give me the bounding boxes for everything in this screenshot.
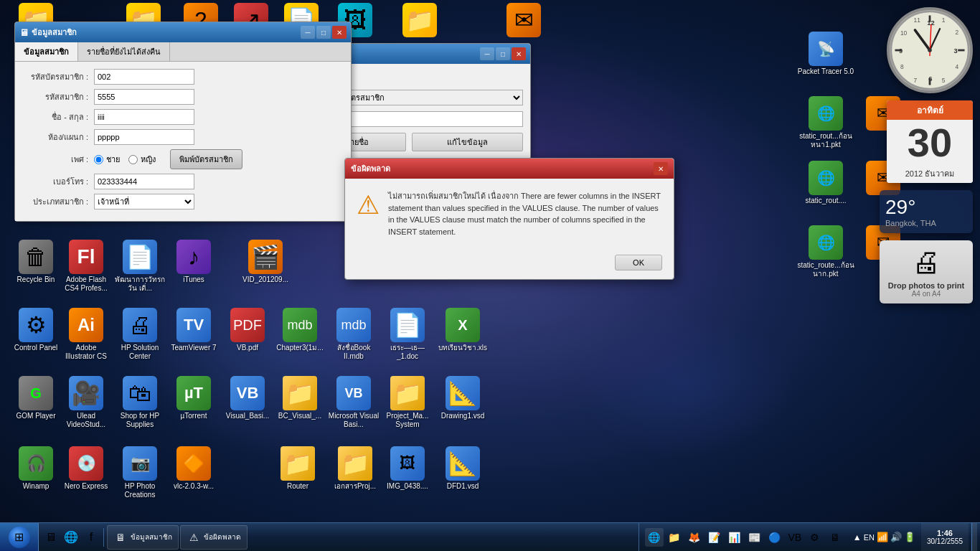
icon-vbpdf[interactable]: PDF VB.pdf bbox=[219, 305, 276, 355]
member-id-input[interactable] bbox=[94, 69, 194, 85]
type-row: ประเภทสมาชิก : เจ้าหน้าที่ นักเรียน bbox=[22, 194, 344, 209]
taskbar-ppt[interactable]: 📰 bbox=[745, 528, 764, 547]
taskbar-explorer[interactable]: 📁 bbox=[665, 528, 684, 547]
taskbar-cmd[interactable]: ⚙ bbox=[806, 528, 824, 547]
tray-volume[interactable]: 🔊 bbox=[890, 532, 902, 542]
icon-hp-photo[interactable]: 📷 HP Photo Creations bbox=[111, 443, 169, 502]
error-dialog-title: ข้อผิดพลาด bbox=[351, 162, 654, 175]
taskbar-item-error-window[interactable]: ⚠ ข้อผิดพลาด bbox=[180, 525, 248, 550]
radio-male-input[interactable] bbox=[94, 155, 103, 164]
icon-docfile[interactable]: 📄 เธระ—เธ—_1.doc bbox=[379, 305, 436, 364]
quicklaunch-ie[interactable]: 🌐 bbox=[62, 528, 80, 547]
radio-female[interactable]: หญิง bbox=[128, 153, 156, 166]
calendar-date: 30 bbox=[887, 120, 973, 166]
svg-text:10: 10 bbox=[900, 29, 908, 37]
icon-packet-tracer[interactable]: 📡 Packet Tracer 5.0 bbox=[793, 29, 858, 79]
pinned-taskbar-icons: 🌐 📁 🦊 📝 📊 📰 🔵 VB ⚙ 🖥 bbox=[642, 528, 847, 547]
icon-ulead[interactable]: 🎥 Ulead VideoStud... bbox=[57, 373, 115, 432]
icon-adobe-flash[interactable]: Fl Adobe Flash CS4 Profes... bbox=[57, 237, 115, 296]
system-clock[interactable]: 1:46 30/12/2555 bbox=[921, 523, 969, 552]
icon-shop-hp[interactable]: 🛍 Shop for HP Supplies bbox=[111, 373, 169, 432]
icon-visual-basic[interactable]: VB Visual_Basi... bbox=[219, 373, 276, 423]
icon-itunes[interactable]: ♪ iTunes bbox=[165, 237, 222, 287]
bg-window-close[interactable]: ✕ bbox=[512, 47, 526, 60]
main-window-maximize[interactable]: □ bbox=[316, 26, 331, 39]
dept-input[interactable] bbox=[94, 129, 194, 145]
phone-input[interactable] bbox=[94, 174, 194, 189]
icon-vid[interactable]: 🎬 VID_201209... bbox=[237, 237, 294, 287]
tray-lang[interactable]: EN bbox=[864, 533, 875, 542]
main-window-titlebar: 🖥 ข้อมูลสมาชิก ─ □ ✕ bbox=[15, 22, 351, 42]
icon-folder3[interactable]: 📁 bbox=[391, 0, 448, 42]
icon-gomplayer[interactable]: G GOM Player bbox=[7, 373, 65, 423]
main-window: 🖥 ข้อมูลสมาชิก ─ □ ✕ ข้อมูลสมาชิก รายชื่… bbox=[14, 22, 352, 222]
edit-data-button[interactable]: แก้ไขข้อมูล bbox=[412, 133, 523, 151]
svg-text:1: 1 bbox=[942, 17, 946, 24]
system-tray: ▲ EN 📶 🔊 🔋 bbox=[850, 532, 918, 542]
icon-teamviewer[interactable]: TV TeamViewer 7 bbox=[165, 305, 222, 355]
email-icon: ✉ bbox=[507, 3, 541, 37]
icon-static2[interactable]: 🌐 static_rout.... bbox=[793, 158, 858, 208]
radio-male[interactable]: ชาย bbox=[94, 153, 120, 166]
icon-project[interactable]: 📁 Project_Ma... System bbox=[379, 373, 436, 432]
icon-utorrent[interactable]: µT µTorrent bbox=[165, 373, 222, 423]
quick-launch: 🖥 🌐 f bbox=[39, 528, 104, 547]
taskbar-vb[interactable]: VB bbox=[786, 528, 804, 547]
quicklaunch-fb[interactable]: f bbox=[82, 528, 100, 547]
icon-ms-vb[interactable]: VB Microsoft Visual Basi... bbox=[325, 373, 382, 432]
taskbar-ie[interactable]: 🌐 bbox=[645, 528, 664, 547]
icon-bc-visual[interactable]: 📁 BC_Visual_... bbox=[271, 373, 329, 423]
icon-adobe-illus[interactable]: Ai Adobe Illustrator CS bbox=[57, 305, 115, 364]
error-dialog-close[interactable]: ✕ bbox=[654, 162, 668, 175]
icon-img[interactable]: 🖼 IMG_0438.... bbox=[379, 443, 436, 494]
print-member-button[interactable]: พิมพ์บัตรสมาชิก bbox=[170, 149, 242, 169]
tab-unreturned[interactable]: รายชื่อที่ยังไม่ได้ส่งคืน bbox=[78, 42, 170, 61]
tab-member-info[interactable]: ข้อมูลสมาชิก bbox=[15, 42, 78, 61]
printer-widget[interactable]: 🖨 Drop photos to print A4 on A4 bbox=[880, 240, 973, 303]
icon-email[interactable]: ✉ bbox=[495, 0, 552, 42]
ok-button[interactable]: OK bbox=[615, 255, 662, 270]
icon-recycle[interactable]: 🗑 Recycle Bin bbox=[7, 237, 65, 287]
svg-text:9: 9 bbox=[899, 47, 903, 55]
icon-control-panel[interactable]: ⚙ Control Panel bbox=[7, 305, 65, 355]
main-window-close[interactable]: ✕ bbox=[332, 26, 347, 39]
taskbar-vis[interactable]: 🔵 bbox=[765, 528, 784, 547]
icon-excel[interactable]: X บทเรียนวิชา.xls bbox=[434, 305, 491, 355]
bg-window-maximize[interactable]: □ bbox=[496, 47, 510, 60]
icon-static3[interactable]: 🌐 static_route...ก้อนนาก.pkt bbox=[793, 222, 858, 281]
radio-female-input[interactable] bbox=[128, 155, 138, 164]
icon-winamp[interactable]: 🎧 Winamp bbox=[7, 443, 65, 494]
type-select[interactable]: เจ้าหน้าที่ นักเรียน bbox=[94, 194, 194, 209]
taskbar-screen[interactable]: 🖥 bbox=[826, 528, 844, 547]
radio-female-label: หญิง bbox=[141, 153, 156, 166]
error-body: ⚠ ไม่สามารถเพิ่มสมาชิกใหม่ได้ เนื่องจาก … bbox=[345, 179, 674, 249]
icon-static1[interactable]: 🌐 static_rout...ก้อนหนา1.pkt bbox=[793, 93, 858, 152]
search-by-select[interactable]: รหัสบัตรสมาชิก bbox=[328, 90, 523, 105]
show-desktop-strip[interactable] bbox=[971, 523, 977, 552]
taskbar-word[interactable]: 📝 bbox=[705, 528, 724, 547]
quicklaunch-show-desktop[interactable]: 🖥 bbox=[42, 528, 60, 547]
icon-hp-solution[interactable]: 🖨 HP Solution Center bbox=[111, 305, 169, 364]
icon-router[interactable]: 📁 Router bbox=[269, 443, 326, 494]
icon-dfd1[interactable]: 📐 DFD1.vsd bbox=[434, 443, 491, 494]
icon-vlc[interactable]: 🔶 vlc-2.0.3-w... bbox=[165, 443, 222, 494]
icon-chapter3[interactable]: mdb Chapter3(1ม... bbox=[271, 305, 329, 355]
member-code-input[interactable] bbox=[94, 89, 194, 105]
icon-docs-proj[interactable]: 📁 เอกสารProj... bbox=[326, 443, 384, 494]
taskbar-item-main-window[interactable]: 🖥 ข้อมูลสมาชิก bbox=[107, 525, 179, 550]
taskbar-excel[interactable]: 📊 bbox=[725, 528, 744, 547]
tray-expand[interactable]: ▲ bbox=[853, 532, 862, 542]
name-label: ชื่อ - สกุล : bbox=[22, 110, 94, 123]
icon-drawing1[interactable]: 📐 Drawing1.vsd bbox=[434, 373, 491, 423]
bg-window-minimize[interactable]: ─ bbox=[480, 47, 494, 60]
name-input[interactable] bbox=[94, 109, 194, 125]
main-window-minimize[interactable]: ─ bbox=[301, 26, 315, 39]
calendar-widget: อาทิตย์ 30 2012 ธันวาคม bbox=[887, 100, 973, 183]
icon-nero[interactable]: 💿 Nero Express bbox=[57, 443, 115, 494]
icon-notebook[interactable]: mdb สังชื่อBook II.mdb bbox=[325, 305, 382, 364]
icon-pattana[interactable]: 📄 พัฒนาการวัทรก วัน เดิ่... bbox=[111, 237, 169, 296]
tray-battery: 🔋 bbox=[904, 532, 915, 542]
start-button[interactable]: ⊞ bbox=[0, 523, 39, 552]
error-message-text: ไม่สามารถเพิ่มสมาชิกใหม่ได้ เนื่องจาก Th… bbox=[388, 190, 662, 237]
taskbar-firefox[interactable]: 🦊 bbox=[685, 528, 704, 547]
